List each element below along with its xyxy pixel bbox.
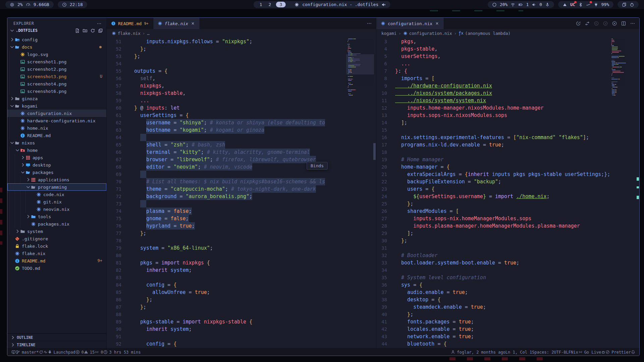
tree-item-screenshot3-png[interactable]: screenshot3.pngU (7, 73, 106, 80)
statusbar-errors[interactable]: 0 (75, 350, 84, 355)
statusbar-ports[interactable]: 0 (95, 350, 103, 355)
statusbar-eol[interactable]: LF (566, 350, 571, 355)
tree-item-hardware-configuration-nix[interactable]: hardware-configuration.nix (7, 117, 106, 124)
tree-item-programming[interactable]: programming (7, 183, 106, 191)
file-tree: configdocslogo.svgscreenshot1.pngscreens… (7, 35, 106, 333)
tree-item-packages[interactable]: packages (7, 169, 106, 176)
tree-item-readme-md[interactable]: README.md9+ (7, 257, 106, 264)
tree-item-flake-lock[interactable]: flake.lock (7, 242, 106, 250)
hardware-status-module[interactable]: 20%10 (488, 1, 554, 8)
statusbar-language-mode[interactable]: Nix (571, 350, 578, 355)
section-outline[interactable]: OUTLINE (7, 334, 106, 341)
overview-ruler[interactable] (636, 37, 639, 348)
line-number: 62 (107, 119, 121, 126)
code-text: userSettings = { (134, 112, 376, 119)
statusbar-git-blame[interactable]: foglar, 2 months ago (451, 350, 505, 355)
breadcrumb-item[interactable]: … (147, 31, 150, 36)
statusbar-time-tracker[interactable]: 3 hrs 53 mins (103, 350, 141, 355)
clock-module[interactable]: 22:18 (58, 1, 87, 8)
workspace-3[interactable]: 3 (276, 2, 286, 7)
close-icon[interactable] (191, 21, 195, 26)
tree-item-tools[interactable]: tools (7, 213, 106, 220)
statusbar-git-branch[interactable]: master* (16, 350, 39, 355)
tree-item-flake-nix[interactable]: flake.nix (7, 250, 106, 257)
tree-item-apps[interactable]: apps (7, 154, 106, 161)
tree-item-logo-svg[interactable]: logo.svg (7, 51, 106, 58)
statusbar-go-live[interactable]: Go Live (578, 350, 601, 355)
more-icon[interactable] (367, 21, 372, 26)
tree-item-screenshot2-png[interactable]: screenshot2.png (7, 65, 106, 73)
token: inputs (146, 105, 164, 111)
breadcrumb-item[interactable]: configuration.nix (403, 31, 452, 36)
split-icon[interactable] (621, 21, 626, 26)
workspace-root-row[interactable]: .DOTFILES (7, 26, 106, 35)
statusbar-warnings[interactable]: 15 (84, 350, 95, 355)
statusbar-notifications[interactable] (631, 350, 635, 354)
breadcrumb-item[interactable]: flake.nix (112, 31, 141, 36)
tree-item-home-nix[interactable]: home.nix (7, 124, 106, 132)
editor-surface-flake[interactable]: 51 inputs.nixpkgs.follows = "nixpkgs";52… (107, 37, 376, 348)
tray-module[interactable] (618, 1, 639, 8)
minimap[interactable] (611, 39, 636, 96)
statusbar-indentation[interactable]: Spaces: 2 (532, 350, 554, 355)
tree-item-git-nix[interactable]: git.nix (7, 198, 106, 205)
compare-icon[interactable] (585, 21, 590, 26)
tree-item-home[interactable]: home (7, 146, 106, 154)
connectivity-module[interactable]: UC99% (558, 1, 613, 8)
token: nixpkgs (134, 83, 161, 89)
tree-item-screenshot1-png[interactable]: screenshot1.png (7, 58, 106, 65)
tree-item-applications[interactable]: applications (7, 176, 106, 183)
minimap[interactable] (347, 39, 373, 96)
minimap-line (611, 41, 636, 42)
tree-item-screenshot6-png[interactable]: screenshot6.png (7, 87, 106, 95)
new-file-icon[interactable] (75, 28, 80, 33)
tree-item-packages-nix[interactable]: packages.nix (7, 220, 106, 228)
token: } (134, 53, 137, 59)
close-icon[interactable] (435, 21, 439, 26)
tree-item-system[interactable]: system (7, 228, 106, 235)
refresh-icon[interactable] (90, 28, 95, 33)
tab-readme-md[interactable]: README.md9+ (107, 18, 153, 29)
editor-surface-configuration[interactable]: 3 pkgs,4 pkgs-stable,5 userSettings,6 ..… (376, 37, 639, 348)
new-folder-icon[interactable] (83, 28, 88, 33)
statusbar-extension[interactable] (601, 350, 605, 354)
tree-item-docs[interactable]: docs (7, 43, 106, 51)
statusbar-cursor-position[interactable]: Ln 1, Col 1 (505, 350, 532, 355)
tree-item-desktop[interactable]: desktop (7, 161, 106, 169)
statusbar-git-sync[interactable] (39, 350, 43, 354)
tab-configuration-nix[interactable]: configuration.nix (376, 18, 444, 29)
statusbar-prettier[interactable]: Prettier (605, 350, 631, 355)
statusbar-launchpad[interactable]: Launchpad (48, 350, 75, 355)
collapse-icon[interactable] (98, 28, 103, 33)
statusbar-encoding[interactable]: UTF-8 (554, 350, 566, 355)
tree-item-kogami[interactable]: kogami (7, 102, 106, 110)
tab-flake-nix[interactable]: flake.nix (153, 18, 200, 29)
tree-item-code-nix[interactable]: code.nix (7, 191, 106, 198)
tree-item-configuration-nix[interactable]: configuration.nix (7, 110, 106, 117)
more-icon[interactable] (630, 21, 635, 26)
breadcrumb-item[interactable]: ƒx(anonymous lambda) (459, 31, 511, 36)
tree-item-gitignore[interactable]: .gitignore (7, 235, 106, 242)
tree-item-readme-md[interactable]: README.md (7, 132, 106, 139)
overview-ruler[interactable] (373, 37, 376, 348)
nav-forward-icon[interactable] (603, 21, 608, 26)
breadcrumb-item[interactable]: kogami (381, 31, 396, 36)
tree-item-ginoza[interactable]: ginoza (7, 95, 106, 102)
more-actions-icon[interactable] (97, 21, 102, 26)
history-icon[interactable] (576, 21, 581, 26)
section-timeline[interactable]: TIMELINE (7, 341, 106, 348)
minimap-line (611, 89, 636, 90)
nav-back-icon[interactable] (594, 21, 599, 26)
workspace-1[interactable]: 1 (258, 2, 264, 7)
tree-item-config[interactable]: config (7, 36, 106, 43)
minimap-segment (619, 57, 619, 58)
tree-item-todo-md[interactable]: TODO.md (7, 264, 106, 272)
statusbar-git-graph[interactable] (43, 350, 48, 354)
statusbar-remote-window[interactable] (11, 350, 16, 354)
run-icon[interactable] (612, 21, 617, 26)
system-stats-module[interactable]: 2%9.66GB (5, 1, 54, 8)
tree-item-neovim-nix[interactable]: neovim.nix (7, 205, 106, 213)
workspace-2[interactable]: 2 (267, 2, 273, 7)
tree-item-nixos[interactable]: nixos (7, 139, 106, 146)
tree-item-screenshot4-png[interactable]: screenshot4.png (7, 80, 106, 87)
